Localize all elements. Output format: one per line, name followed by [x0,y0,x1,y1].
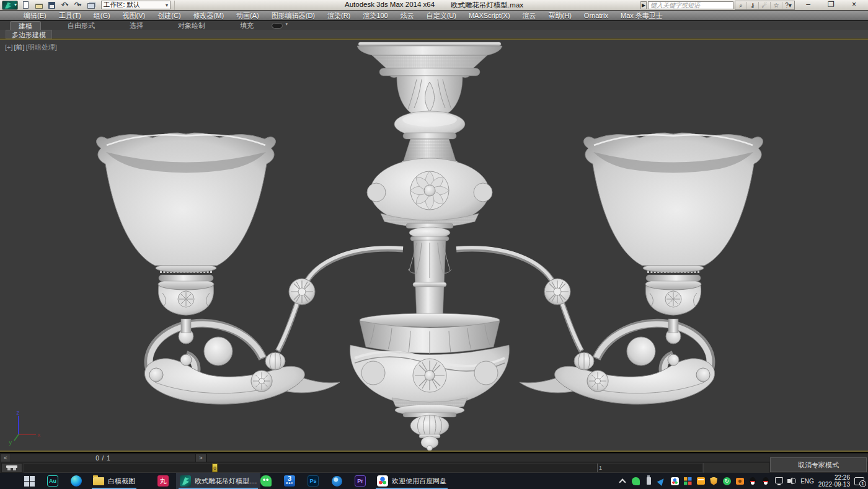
minimize-button[interactable]: – [797,0,820,10]
close-button[interactable]: × [843,0,866,10]
menu-item[interactable]: 渲云 [516,11,542,20]
start-button[interactable] [19,473,40,489]
menu-item[interactable]: 渲染100 [356,11,394,20]
menu-item[interactable]: 自定义(U) [420,11,463,20]
menu-item[interactable]: 组(G) [87,11,117,20]
open-folder-icon [35,4,43,9]
ribbon-tab[interactable]: 填充 [232,21,262,30]
axis-y-label: y [9,439,12,446]
redo-dropdown-caret[interactable]: ▾ [79,2,82,7]
viewport-shading-menu[interactable]: [明暗处理] [26,43,57,51]
menu-item[interactable]: 修改器(M) [187,11,231,20]
axis-x-label: x [37,432,41,438]
workspace-dropdown[interactable]: 工作区: 默认 ▾ [101,1,170,9]
taskbar-cloud-render[interactable] [326,473,347,489]
taskbar-task-folder[interactable]: 白模截图 [89,473,139,489]
chevron-up-icon [619,478,626,485]
save-icon [48,2,55,9]
time-slider[interactable]: < 0 / 1 > [0,454,207,462]
current-frame-marker[interactable]: 0 [212,464,218,472]
menu-item[interactable]: 工具(T) [53,11,87,20]
quick-access-toolbar: ↶▾ ↷▾ 工作区: 默认 ▾ [0,1,183,10]
ribbon-minimize-button[interactable] [272,23,283,29]
ribbon-tab[interactable]: 对象绘制 [170,21,213,30]
tray-sync[interactable]: ↻ [722,477,731,485]
viewport-view-menu[interactable]: [前] [14,43,25,51]
open-file-button[interactable] [33,1,44,9]
chandelier-model: z x y [0,40,868,451]
search-input[interactable] [648,1,733,9]
favorites-star-icon[interactable]: ☆ [771,2,782,9]
cancel-expert-mode-button[interactable]: 取消专家模式 [770,457,867,472]
menu-item[interactable]: 视图(V) [117,11,152,20]
menu-item[interactable]: Max 杀毒卫士 [614,11,669,20]
ribbon-tab[interactable]: 建模 [10,21,41,30]
menu-item[interactable]: Ornatrix [578,12,614,19]
undo-button[interactable]: ↶▾ [60,1,70,9]
menu-item[interactable]: 帮助(H) [542,11,578,20]
communication-icon[interactable]: ☄ [759,2,771,9]
ribbon-tab[interactable]: 选择 [122,21,151,30]
tray-expand-button[interactable] [618,477,627,485]
tray-screenshot-tool[interactable] [735,477,744,485]
baidu-netdisk-icon [377,475,388,487]
menu-item[interactable]: 图形编辑器(D) [265,11,321,20]
taskbar-task-3dsmax[interactable]: 欧式雕花吊灯模型.... [176,473,260,489]
end-frame-tick: 1 [597,464,602,472]
new-file-button[interactable] [20,1,31,9]
sync-icon: ↻ [723,477,731,485]
tray-calendar-app[interactable] [696,477,705,485]
menu-item[interactable]: 创建(C) [151,11,187,20]
menu-item[interactable]: 炫云 [394,11,420,20]
network-monitor-icon [775,477,783,483]
key-icon[interactable]: ⚷ [747,2,759,9]
infocenter-expand-icon[interactable]: ▶ [640,1,647,9]
tray-baidu-netdisk[interactable] [670,477,679,485]
menu-item[interactable]: 动画(A) [230,11,265,20]
chevron-down-icon: ▾ [166,2,168,8]
taskbar-edge[interactable] [66,473,87,489]
menu-item[interactable]: 渲染(R) [321,11,356,20]
mini-curve-editor-button[interactable] [1,463,22,473]
search-icon[interactable]: ⌕ [735,2,747,9]
save-button[interactable] [46,1,57,9]
notification-center-button[interactable]: 1 [854,477,864,485]
menu-item[interactable]: 编辑(E) [17,11,53,20]
taskbar-3dsmax-pinned[interactable]: 3MAX [279,473,300,489]
previous-frame-button[interactable]: < [0,454,11,462]
tray-wechat[interactable] [631,477,640,485]
time-slider-handle[interactable]: 0 / 1 [11,454,195,462]
premiere-icon: Pr [355,475,366,487]
tray-qq-2[interactable] [761,477,770,485]
tray-launcher[interactable] [683,477,692,485]
tray-usb[interactable] [644,477,653,485]
track-bar[interactable]: 0 1 [24,463,703,473]
tray-volume[interactable] [787,477,796,485]
menu-item[interactable]: MAXScript(X) [463,12,516,19]
tray-qq-1[interactable] [748,477,757,485]
tray-security[interactable] [709,477,718,485]
infocenter: ▶ ⌕ ⚷ ☄ ☆ ?▾ [640,1,795,10]
taskbar-wan-app[interactable]: 丸 [153,473,174,489]
restore-button[interactable]: ❐ [820,0,843,10]
clock[interactable]: 22:26 2022-09-13 [818,474,850,488]
taskbar-wechat[interactable] [255,473,277,489]
undo-dropdown-caret[interactable]: ▾ [66,2,69,7]
tray-cursor-tool[interactable] [657,477,666,485]
redo-button[interactable]: ↷▾ [73,1,83,9]
viewport-menu-plus[interactable]: [+] [5,43,13,51]
taskbar-premiere[interactable]: Pr [350,473,371,489]
taskbar-audition[interactable]: Au [42,473,63,489]
taskbar-task-netdisk[interactable]: 欢迎使用百度网盘 [373,473,450,489]
ribbon-tab[interactable]: 自由形式 [60,21,103,30]
application-menu-button[interactable] [2,1,18,10]
polygon-modeling-panel-tab[interactable]: 多边形建模 [6,30,52,38]
tray-network[interactable] [774,477,783,485]
taskbar-photoshop[interactable]: Ps [303,473,324,489]
help-icon[interactable]: ?▾ [782,2,794,9]
next-frame-button[interactable]: > [195,454,206,462]
language-indicator[interactable]: ENG [800,478,814,485]
edge-browser-icon [71,475,82,487]
set-project-folder-button[interactable] [86,1,96,9]
viewport[interactable]: [+][前][明暗处理] [0,38,868,452]
